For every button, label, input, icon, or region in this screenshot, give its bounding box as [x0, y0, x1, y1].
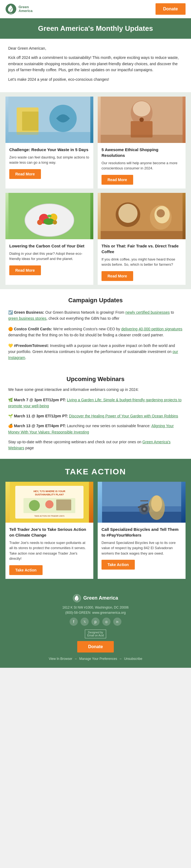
- articles-section: Challenge: Reduce Your Waste in 5 Days Z…: [0, 92, 191, 289]
- read-more-waste-button[interactable]: Read More: [9, 169, 41, 179]
- webinars-page-link[interactable]: Green America's Webinars: [8, 440, 170, 450]
- campaign-link-instagram[interactable]: our Instagram: [8, 349, 178, 360]
- webinar-item-2: 🍊 March 13 @ 7pm ET/4pm PT: Launching ou…: [8, 423, 183, 435]
- hero-title: Green America's Monthly Updates: [8, 24, 183, 33]
- linkedin-icon[interactable]: in: [113, 618, 121, 626]
- webinars-title: Upcoming Webinars: [8, 376, 183, 383]
- article-body-shopping: 5 Awesome Ethical Shopping Resolutions O…: [98, 143, 186, 188]
- green-america-logo-icon: Green: [5, 4, 17, 14]
- webinars-footer: Stay up-to-date with these upcoming webi…: [8, 439, 183, 451]
- hero-banner: Green America's Monthly Updates: [0, 18, 191, 39]
- article-img-coffee: [98, 193, 186, 239]
- article-text-shopping: Our resolutions will help anyone become …: [101, 160, 182, 171]
- svg-text:TAKE ACTION ON TRADER JOE'S: TAKE ACTION ON TRADER JOE'S: [34, 515, 65, 517]
- article-text-waste: Zero waste can feel daunting, but simple…: [9, 155, 90, 165]
- footer-logo-text: Green America: [83, 595, 118, 601]
- svg-point-34: [45, 500, 54, 508]
- svg-point-18: [37, 220, 42, 225]
- article-card-coffee: This or That: Fair Trade vs. Direct Trad…: [98, 193, 186, 285]
- article-text-coffee: If you drink coffee, you might have hear…: [101, 257, 182, 267]
- read-more-coffee-button[interactable]: Read More: [101, 271, 133, 281]
- action-img-trader: HEY, TJ'S WHERE IS YOUR SUSTAINABILITY P…: [5, 482, 93, 523]
- donate-button-footer[interactable]: Donate: [77, 641, 114, 652]
- webinar-icon-1: 🌱: [8, 414, 13, 418]
- action-body-trader: Tell Trader Joe's to Take Serious Action…: [5, 523, 93, 579]
- article-body-coffee: This or That: Fair Trade vs. Direct Trad…: [98, 239, 186, 285]
- logo-area: Green Green America: [5, 4, 32, 14]
- svg-point-44: [143, 508, 146, 510]
- webinar-date-1: March 11 @ 3pm ET/12pm PT:: [14, 414, 68, 418]
- twitter-icon[interactable]: 𝕏: [81, 618, 89, 626]
- campaign-item-0-label: Green Business:: [14, 310, 44, 314]
- pinterest-icon[interactable]: p: [91, 618, 100, 626]
- donate-button-header[interactable]: Donate: [156, 3, 186, 15]
- svg-text:HEY, TJ'S WHERE IS YOUR: HEY, TJ'S WHERE IS YOUR: [34, 490, 65, 493]
- read-more-diet-button[interactable]: Read More: [9, 266, 41, 275]
- webinar-icon-0: 🌿: [8, 398, 13, 402]
- webinar-item-1: 🌱 March 11 @ 3pm ET/12pm PT: Discover th…: [8, 413, 183, 419]
- divider-dot-1: –: [75, 657, 77, 661]
- campaign-icon-0: ☑️: [8, 310, 13, 314]
- action-body-bikes: Call Specialized Bicycles and Tell Them …: [98, 523, 186, 574]
- email-wrapper: Green Green America Donate Green America…: [0, 0, 191, 668]
- footer: Green America 1612 K St NW #1000, Washin…: [0, 587, 191, 668]
- webinar-icon-2: 🍊: [8, 424, 13, 428]
- svg-point-26: [157, 209, 165, 217]
- action-img-bikes: [98, 482, 186, 523]
- action-title-trader: Tell Trader Joe's to Take Serious Action…: [9, 526, 90, 538]
- action-text-trader: Trader Joe's needs to reduce super-pollu…: [9, 540, 90, 561]
- intro-paragraph2: Let's make 2024 a year of positive, eco-…: [8, 76, 183, 82]
- action-card-bikes: Call Specialized Bicycles and Tell Them …: [98, 482, 186, 579]
- svg-point-9: [133, 101, 150, 117]
- header: Green Green America Donate: [0, 0, 191, 18]
- article-text-diet: Dialing in your diet this year? Adopt th…: [9, 251, 90, 261]
- webinar-link-1[interactable]: Discover the Healing Power of Your Garde…: [69, 414, 178, 418]
- read-more-shopping-button[interactable]: Read More: [101, 175, 133, 185]
- intro-greeting: Dear Green American,: [8, 45, 183, 51]
- article-title-diet: Lowering the Carbon Cost of Your Diet: [9, 243, 90, 249]
- svg-point-17: [43, 218, 54, 225]
- campaign-title: Campaign Updates: [8, 297, 183, 304]
- action-text-bikes: Demand Specialized Bicycles live up to i…: [101, 540, 182, 556]
- campaign-item-1-label: Costco Credit Cards:: [14, 327, 52, 331]
- webinars-intro: We have some great interactive and infor…: [8, 386, 183, 393]
- campaign-link-petition[interactable]: delivering 40,000 petition signatures: [121, 327, 182, 331]
- campaign-icon-2: 💛: [8, 343, 13, 348]
- svg-rect-46: [140, 500, 149, 501]
- footer-logo-icon: [73, 594, 81, 602]
- svg-point-20: [47, 215, 52, 217]
- instagram-icon[interactable]: ◎: [102, 618, 110, 626]
- unsubscribe-link[interactable]: Unsubscribe: [124, 657, 142, 661]
- campaign-link-stories[interactable]: green business stories: [8, 316, 46, 320]
- footer-logo-area: Green America: [8, 594, 183, 602]
- svg-point-23: [119, 204, 137, 223]
- article-img-shopping: [98, 97, 186, 143]
- action-card-trader: HEY, TJ'S WHERE IS YOUR SUSTAINABILITY P…: [5, 482, 93, 579]
- article-title-waste: Challenge: Reduce Your Waste in 5 Days: [9, 147, 90, 153]
- svg-rect-6: [8, 132, 90, 143]
- svg-rect-27: [101, 231, 183, 239]
- view-in-browser-link[interactable]: View In Browser: [49, 657, 72, 661]
- article-body-waste: Challenge: Reduce Your Waste in 5 Days Z…: [5, 143, 93, 183]
- article-body-diet: Lowering the Carbon Cost of Your Diet Di…: [5, 239, 93, 279]
- facebook-icon[interactable]: f: [70, 618, 78, 626]
- article-title-shopping: 5 Awesome Ethical Shopping Resolutions: [101, 147, 182, 158]
- svg-rect-35: [56, 499, 71, 510]
- svg-point-33: [29, 500, 40, 511]
- article-img-diet: [5, 193, 93, 239]
- campaign-item-2-label: #FreedomToInvest:: [14, 343, 49, 348]
- svg-point-41: [151, 495, 162, 512]
- article-card-shopping: 5 Awesome Ethical Shopping Resolutions O…: [98, 97, 186, 188]
- campaign-item-1: 🟠 Costco Credit Cards: We're welcoming C…: [8, 326, 183, 338]
- take-action-trader-button[interactable]: Take Action: [9, 565, 42, 575]
- take-action-section: TAKE ACTION HEY, TJ'S WHERE IS YOUR SUST…: [0, 459, 191, 587]
- footer-badge: Designed byEmail on Acid: [85, 629, 106, 638]
- take-action-bikes-button[interactable]: Take Action: [101, 560, 135, 569]
- manage-preferences-link[interactable]: Manage Your Preferences: [79, 657, 117, 661]
- svg-text:SUSTAINABILITY PLAN?: SUSTAINABILITY PLAN?: [35, 493, 64, 496]
- articles-grid: Challenge: Reduce Your Waste in 5 Days Z…: [5, 97, 186, 285]
- webinar-item-0: 🌿 March 7 @ 3pm ET/12pm PT: Living a Gar…: [8, 397, 183, 409]
- campaign-item-0: ☑️ Green Business: Our Green Business Ne…: [8, 309, 183, 321]
- article-card-diet: Lowering the Carbon Cost of Your Diet Di…: [5, 193, 93, 285]
- campaign-link-certified[interactable]: newly certified businesses: [125, 310, 170, 314]
